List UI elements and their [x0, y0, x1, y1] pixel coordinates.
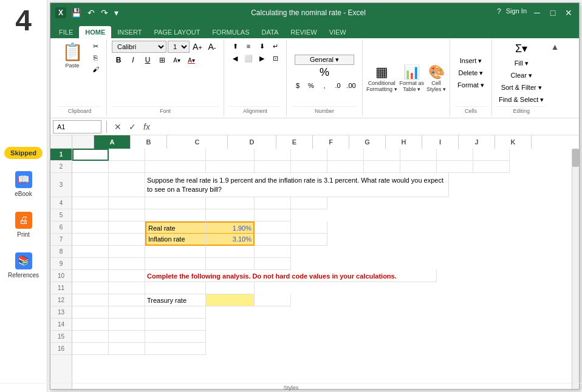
col-header-f[interactable]: F: [313, 135, 349, 149]
undo-btn[interactable]: ↶: [86, 8, 96, 18]
cell-c4[interactable]: [145, 197, 206, 209]
col-header-j[interactable]: J: [459, 135, 495, 149]
cell-e12[interactable]: [255, 294, 291, 306]
align-top-btn[interactable]: ⬆: [229, 41, 241, 52]
cell-styles-btn[interactable]: 🎨 CellStyles ▾: [426, 41, 446, 115]
cell-i2[interactable]: [400, 161, 437, 173]
fill-btn[interactable]: Fill ▾: [513, 58, 530, 69]
cell-b7[interactable]: [109, 234, 145, 246]
cell-a7[interactable]: [72, 234, 109, 246]
customize-btn[interactable]: ▾: [113, 8, 120, 18]
tab-view[interactable]: VIEW: [323, 26, 352, 38]
cell-k2[interactable]: [473, 161, 510, 173]
cell-a8[interactable]: [72, 246, 109, 258]
name-box[interactable]: [53, 120, 101, 133]
cell-a11[interactable]: [72, 282, 109, 294]
cell-f4[interactable]: [291, 197, 327, 209]
comma-btn[interactable]: ,: [318, 80, 330, 91]
cell-b8[interactable]: [109, 246, 145, 258]
underline-button[interactable]: U: [141, 54, 154, 66]
col-header-d[interactable]: D: [228, 135, 276, 149]
italic-button[interactable]: I: [126, 54, 140, 66]
font-shrink-btn[interactable]: A-: [205, 41, 219, 53]
autosum-btn[interactable]: Σ▾: [512, 41, 531, 56]
cell-b10[interactable]: [109, 270, 145, 282]
delete-btn[interactable]: Delete ▾: [456, 67, 486, 78]
close-btn[interactable]: ✕: [563, 7, 574, 18]
cancel-formula-btn[interactable]: ✕: [112, 122, 124, 132]
cell-g1[interactable]: [327, 149, 364, 161]
cell-a5[interactable]: [72, 209, 109, 221]
cell-a16[interactable]: [72, 343, 109, 355]
font-color-button[interactable]: A▾: [185, 54, 198, 66]
vertical-scrollbar[interactable]: [572, 149, 579, 389]
cell-d4[interactable]: [206, 197, 255, 209]
cell-j1[interactable]: [437, 149, 473, 161]
accounting-btn[interactable]: $: [292, 80, 304, 91]
tab-formulas[interactable]: FORMULAS: [206, 26, 255, 38]
cell-c14[interactable]: [145, 319, 206, 331]
cell-d7[interactable]: 3.10%: [206, 234, 255, 246]
font-size-select[interactable]: 11: [168, 41, 190, 53]
cell-b1[interactable]: [109, 149, 145, 161]
cell-j2[interactable]: [437, 161, 473, 173]
cell-d1[interactable]: [206, 149, 255, 161]
cell-c8[interactable]: [145, 246, 206, 258]
cell-c1[interactable]: [145, 149, 206, 161]
expand-ribbon-btn[interactable]: ▲: [550, 42, 559, 52]
cell-a4[interactable]: [72, 197, 109, 209]
cell-a9[interactable]: [72, 258, 109, 270]
formula-input[interactable]: [155, 121, 577, 132]
sidebar-item-ebook[interactable]: 📖 eBook: [0, 165, 47, 203]
cell-e9[interactable]: [255, 258, 291, 270]
cell-f1[interactable]: [291, 149, 327, 161]
sidebar-item-references[interactable]: 📚 References: [0, 246, 47, 285]
sign-in-btn[interactable]: Sign In: [506, 7, 527, 18]
cell-c16[interactable]: [145, 343, 206, 355]
fill-color-button[interactable]: A▾: [170, 54, 183, 66]
col-header-g[interactable]: G: [349, 135, 386, 149]
cell-b16[interactable]: [109, 343, 145, 355]
cell-d12[interactable]: [206, 294, 255, 306]
cell-e5[interactable]: [255, 209, 291, 221]
cell-c10-merged[interactable]: Complete the following analysis. Do not …: [145, 270, 437, 282]
col-header-h[interactable]: H: [386, 135, 422, 149]
cell-h1[interactable]: [364, 149, 400, 161]
cell-i1[interactable]: [400, 149, 437, 161]
cell-a6[interactable]: [72, 221, 109, 234]
find-select-btn[interactable]: Find & Select ▾: [497, 94, 546, 105]
cell-f2[interactable]: [291, 161, 327, 173]
cell-d6[interactable]: 1.90%: [206, 221, 255, 234]
cell-b14[interactable]: [109, 319, 145, 331]
cell-d8[interactable]: [206, 246, 255, 258]
insert-btn[interactable]: Insert ▾: [457, 55, 485, 66]
tab-data[interactable]: DATA: [256, 26, 285, 38]
cell-c3-merged[interactable]: Suppose the real rate is 1.9 percent and…: [145, 173, 449, 197]
increase-decimal-btn[interactable]: .0: [332, 80, 344, 91]
cell-f7[interactable]: [291, 234, 327, 246]
cell-c9[interactable]: [145, 258, 206, 270]
col-header-b[interactable]: B: [131, 135, 167, 149]
cell-k1[interactable]: [473, 149, 510, 161]
cell-e6[interactable]: [255, 221, 291, 234]
cell-g2[interactable]: [327, 161, 364, 173]
tab-file[interactable]: FILE: [53, 26, 79, 38]
merge-btn[interactable]: ⊡: [269, 53, 281, 64]
cell-c13[interactable]: [145, 306, 206, 319]
cell-c15[interactable]: [145, 331, 206, 343]
cell-b5[interactable]: [109, 209, 145, 221]
cell-a10[interactable]: [72, 270, 109, 282]
align-right-btn[interactable]: ▶: [256, 53, 268, 64]
cell-a13[interactable]: [72, 306, 109, 319]
cell-d2[interactable]: [206, 161, 255, 173]
cell-e2[interactable]: [255, 161, 291, 173]
cell-e8[interactable]: [255, 246, 291, 258]
redo-btn[interactable]: ↷: [100, 8, 109, 18]
align-bottom-btn[interactable]: ⬇: [256, 41, 268, 52]
font-name-select[interactable]: Calibri: [112, 41, 166, 53]
tab-home[interactable]: HOME: [79, 26, 111, 38]
format-table-btn[interactable]: 📊 Format asTable ▾: [400, 41, 425, 115]
conditional-formatting-btn[interactable]: ▦ ConditionalFormatting ▾: [366, 41, 397, 115]
cell-a2[interactable]: [72, 161, 109, 173]
col-header-k[interactable]: K: [495, 135, 532, 149]
